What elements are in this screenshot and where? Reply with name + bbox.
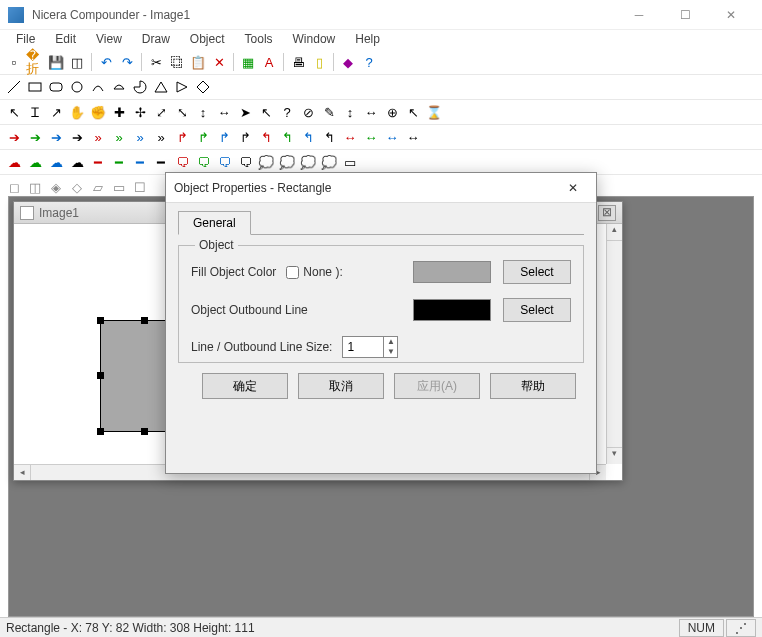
- cursor-arrow-icon[interactable]: ↖: [4, 102, 24, 122]
- arrow-dr-black-icon[interactable]: »: [151, 127, 171, 147]
- bend-r-red-icon[interactable]: ↱: [172, 127, 192, 147]
- bubble1-blue-icon[interactable]: ☁: [46, 152, 66, 172]
- speech-blue-icon[interactable]: 🗨: [214, 152, 234, 172]
- help-icon[interactable]: ?: [359, 52, 379, 72]
- line-size-spinner[interactable]: ▲▼: [342, 336, 398, 358]
- line-icon[interactable]: [4, 77, 24, 97]
- misc3-icon[interactable]: ◈: [46, 177, 66, 197]
- cursor-precision-icon[interactable]: ⊕: [382, 102, 402, 122]
- line-blue-icon[interactable]: ━: [130, 152, 150, 172]
- darrow-blue-icon[interactable]: ↔: [382, 127, 402, 147]
- misc4-icon[interactable]: ◇: [67, 177, 87, 197]
- minimize-button[interactable]: ─: [616, 0, 662, 30]
- handle-bl[interactable]: [97, 428, 104, 435]
- roundrect-icon[interactable]: [46, 77, 66, 97]
- maximize-button[interactable]: ☐: [662, 0, 708, 30]
- bend-r-black-icon[interactable]: ↱: [235, 127, 255, 147]
- darrow-red-icon[interactable]: ↔: [340, 127, 360, 147]
- menu-object[interactable]: Object: [180, 30, 235, 50]
- cancel-button[interactable]: 取消: [298, 373, 384, 399]
- preview-icon[interactable]: ▯: [309, 52, 329, 72]
- misc6-icon[interactable]: ▭: [109, 177, 129, 197]
- cursor-nesw-icon[interactable]: ⤢: [151, 102, 171, 122]
- bend-l-green-icon[interactable]: ↰: [277, 127, 297, 147]
- think-blue-icon[interactable]: 💭: [298, 152, 318, 172]
- circle-icon[interactable]: [67, 77, 87, 97]
- bubble1-black-icon[interactable]: ☁: [67, 152, 87, 172]
- arrow-r-green-icon[interactable]: ➔: [25, 127, 45, 147]
- select-fill-button[interactable]: Select: [503, 260, 571, 284]
- cursor-cross-icon[interactable]: ✚: [109, 102, 129, 122]
- arrow-r-black-icon[interactable]: ➔: [67, 127, 87, 147]
- diamond-icon[interactable]: [193, 77, 213, 97]
- tab-general[interactable]: General: [178, 211, 251, 235]
- menu-file[interactable]: File: [6, 30, 45, 50]
- cursor-nwse-icon[interactable]: ⤡: [172, 102, 192, 122]
- cursor-help-icon[interactable]: ?: [277, 102, 297, 122]
- undo-icon[interactable]: ↶: [96, 52, 116, 72]
- misc5-icon[interactable]: ▱: [88, 177, 108, 197]
- speech-red-icon[interactable]: 🗨: [172, 152, 192, 172]
- misc2-icon[interactable]: ◫: [25, 177, 45, 197]
- redo-icon[interactable]: ↷: [117, 52, 137, 72]
- handle-tl[interactable]: [97, 317, 104, 324]
- cursor-text-icon[interactable]: Ꮖ: [25, 102, 45, 122]
- bend-l-red-icon[interactable]: ↰: [256, 127, 276, 147]
- speech-green-icon[interactable]: 🗨: [193, 152, 213, 172]
- triangle-icon[interactable]: [151, 77, 171, 97]
- bend-r-blue-icon[interactable]: ↱: [214, 127, 234, 147]
- rect-icon[interactable]: [25, 77, 45, 97]
- apply-button[interactable]: 应用(A): [394, 373, 480, 399]
- close-button[interactable]: ✕: [708, 0, 754, 30]
- think-black-icon[interactable]: 💭: [319, 152, 339, 172]
- cursor-ew-icon[interactable]: ↔: [214, 102, 234, 122]
- menu-window[interactable]: Window: [283, 30, 346, 50]
- cursor-move-icon[interactable]: ✢: [130, 102, 150, 122]
- arrow-dr-blue-icon[interactable]: »: [130, 127, 150, 147]
- line-green-icon[interactable]: ━: [109, 152, 129, 172]
- darrow-black-icon[interactable]: ↔: [403, 127, 423, 147]
- print-icon[interactable]: 🖶: [288, 52, 308, 72]
- help-contents-icon[interactable]: ◆: [338, 52, 358, 72]
- cursor-wait-icon[interactable]: ⌛: [424, 102, 444, 122]
- spin-up-icon[interactable]: ▲: [384, 337, 397, 347]
- think-red-icon[interactable]: 💭: [256, 152, 276, 172]
- arrow-r-blue-icon[interactable]: ➔: [46, 127, 66, 147]
- delete-icon[interactable]: ✕: [209, 52, 229, 72]
- cursor-hand-icon[interactable]: ✋: [67, 102, 87, 122]
- cursor-ptr-icon[interactable]: ↗: [46, 102, 66, 122]
- ok-button[interactable]: 确定: [202, 373, 288, 399]
- misc1-icon[interactable]: ◻: [4, 177, 24, 197]
- handle-tm[interactable]: [141, 317, 148, 324]
- arrow-r-red-icon[interactable]: ➔: [4, 127, 24, 147]
- line-size-input[interactable]: [343, 337, 383, 357]
- child-close-icon[interactable]: ⊠: [598, 205, 616, 221]
- handle-bm[interactable]: [141, 428, 148, 435]
- menu-edit[interactable]: Edit: [45, 30, 86, 50]
- bend-r-green-icon[interactable]: ↱: [193, 127, 213, 147]
- open-icon[interactable]: �折: [25, 52, 45, 72]
- cursor-pen-icon[interactable]: ✎: [319, 102, 339, 122]
- cursor-larrow-icon[interactable]: ↖: [403, 102, 423, 122]
- menu-draw[interactable]: Draw: [132, 30, 180, 50]
- text-icon[interactable]: A: [259, 52, 279, 72]
- cursor-harrow-icon[interactable]: ↔: [361, 102, 381, 122]
- cursor-grab-icon[interactable]: ✊: [88, 102, 108, 122]
- cursor-size-icon[interactable]: ↕: [340, 102, 360, 122]
- bubble1-red-icon[interactable]: ☁: [4, 152, 24, 172]
- copy-icon[interactable]: ⿻: [167, 52, 187, 72]
- help-button[interactable]: 帮助: [490, 373, 576, 399]
- pie-icon[interactable]: [130, 77, 150, 97]
- misc7-icon[interactable]: ☐: [130, 177, 150, 197]
- speech-black-icon[interactable]: 🗨: [235, 152, 255, 172]
- paste-icon[interactable]: 📋: [188, 52, 208, 72]
- new-icon[interactable]: ▫: [4, 52, 24, 72]
- darrow-green-icon[interactable]: ↔: [361, 127, 381, 147]
- image-icon[interactable]: ▦: [238, 52, 258, 72]
- cursor-no-icon[interactable]: ⊘: [298, 102, 318, 122]
- save-all-icon[interactable]: ◫: [67, 52, 87, 72]
- cut-icon[interactable]: ✂: [146, 52, 166, 72]
- cursor-carrow-icon[interactable]: ↖: [256, 102, 276, 122]
- menu-help[interactable]: Help: [345, 30, 390, 50]
- line-red-icon[interactable]: ━: [88, 152, 108, 172]
